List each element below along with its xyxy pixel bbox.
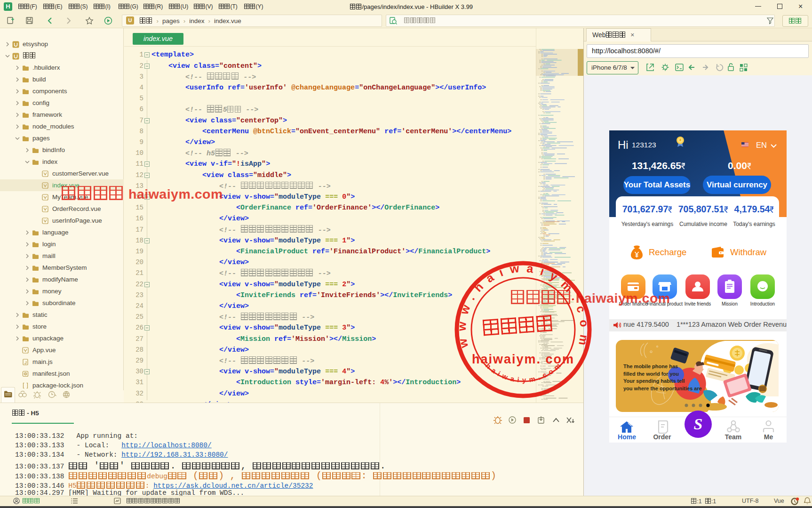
svg-text:haiwaiym. com: haiwaiym. com <box>472 352 574 366</box>
svg-text:www.haiwaiym.com: www.haiwaiym.com <box>455 261 591 350</box>
